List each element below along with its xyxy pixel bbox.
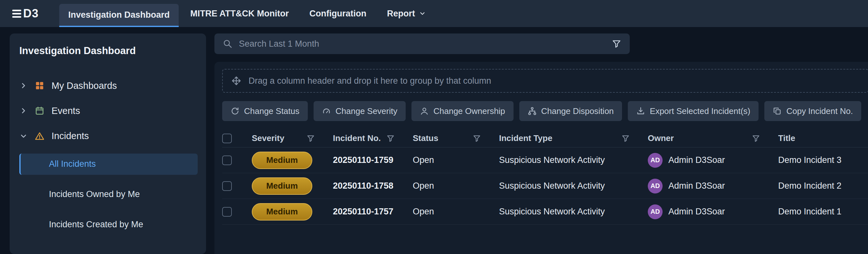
owner-name: Admin D3Soar: [669, 155, 725, 165]
nav-tab-mitre-attck-monitor[interactable]: MITRE ATT&CK Monitor: [181, 0, 298, 27]
search-bar: [214, 33, 630, 54]
column-header-label: Title: [778, 133, 795, 143]
d3-logo[interactable]: D3: [12, 0, 39, 27]
search-input[interactable]: [239, 39, 605, 49]
button-label: Export Selected Incident(s): [650, 106, 750, 116]
change-severity-button[interactable]: Change Severity: [314, 101, 406, 121]
sidebar-item-label: My Dashboards: [52, 81, 117, 91]
incident-type-cell: Suspicious Network Activity: [499, 207, 648, 217]
button-label: Change Ownership: [433, 106, 505, 116]
sidebar-title: Investigation Dashboard: [19, 45, 198, 57]
table-row[interactable]: Medium 20250110-1757 Open Suspicious Net…: [222, 199, 868, 225]
chevron-right-icon: [19, 82, 28, 90]
app-window: D3 Investigation Dashboard MITRE ATT&CK …: [0, 0, 868, 254]
bulk-actions-toolbar: Change Status Change Severity Change Own…: [222, 101, 868, 121]
sidebar-item-incidents[interactable]: Incidents: [19, 130, 198, 142]
incident-type-cell: Suspicious Network Activity: [499, 181, 648, 191]
export-icon: [636, 106, 645, 116]
column-header-incident-no: Incident No.: [333, 133, 413, 143]
sidebar-item-incidents-created-by-me[interactable]: Incidents Created by Me: [19, 214, 198, 235]
button-label: Change Disposition: [541, 106, 614, 116]
row-select-cell: [222, 181, 252, 191]
calendar-icon: [35, 106, 44, 116]
incidents-table: Severity Incident No. Status Incide: [222, 129, 868, 225]
incident-type-cell: Suspicious Network Activity: [499, 155, 648, 165]
nav-tab-configuration[interactable]: Configuration: [300, 0, 375, 27]
incidents-panel: Drag a column header and drop it here to…: [214, 62, 868, 254]
search-icon: [223, 39, 232, 49]
incident-no-cell: 20250110-1758: [333, 181, 413, 191]
status-cell: Open: [413, 207, 499, 217]
change-status-icon: [230, 106, 240, 116]
copy-incident-no-button[interactable]: Copy Incident No.: [764, 101, 861, 121]
sidebar: Investigation Dashboard My Dashboards Ev…: [10, 33, 206, 254]
sidebar-item-label: Incidents: [52, 131, 89, 141]
row-checkbox[interactable]: [222, 207, 232, 217]
change-disposition-icon: [528, 106, 537, 116]
filter-funnel-icon[interactable]: [621, 134, 630, 142]
button-label: Copy Incident No.: [786, 106, 853, 116]
change-ownership-button[interactable]: Change Ownership: [411, 101, 514, 121]
row-checkbox[interactable]: [222, 181, 232, 191]
top-nav-bar: D3 Investigation Dashboard MITRE ATT&CK …: [0, 0, 868, 27]
sidebar-item-events[interactable]: Events: [19, 105, 198, 117]
column-header-label: Incident No.: [333, 133, 381, 143]
group-by-hint-text: Drag a column header and drop it here to…: [249, 76, 491, 86]
nav-tab-label: Investigation Dashboard: [68, 10, 170, 20]
column-header-label: Incident Type: [499, 133, 553, 143]
table-header-row: Severity Incident No. Status Incide: [222, 129, 868, 148]
warning-icon: [35, 131, 44, 141]
sidebar-item-all-incidents[interactable]: All Incidents: [19, 154, 198, 175]
owner-cell: AD Admin D3Soar: [648, 179, 778, 193]
owner-name: Admin D3Soar: [669, 207, 725, 217]
change-status-button[interactable]: Change Status: [222, 101, 308, 121]
severity-cell: Medium: [252, 203, 333, 221]
d3-logo-bars-icon: [12, 10, 21, 18]
nav-tab-label: Configuration: [309, 9, 366, 19]
filter-funnel-icon[interactable]: [307, 134, 315, 142]
content-area: Investigation Dashboard My Dashboards Ev…: [0, 27, 868, 254]
nav-tab-investigation-dashboard[interactable]: Investigation Dashboard: [59, 4, 179, 27]
group-by-drop-zone[interactable]: Drag a column header and drop it here to…: [222, 69, 868, 93]
filter-funnel-icon[interactable]: [752, 134, 760, 142]
change-disposition-button[interactable]: Change Disposition: [519, 101, 622, 121]
export-selected-incidents-button[interactable]: Export Selected Incident(s): [628, 101, 758, 121]
table-row[interactable]: Medium 20250110-1758 Open Suspicious Net…: [222, 173, 868, 199]
d3-logo-text: D3: [23, 7, 39, 20]
column-header-title: Title: [778, 133, 868, 143]
filter-funnel-icon[interactable]: [473, 134, 481, 142]
filter-funnel-icon[interactable]: [386, 134, 395, 142]
title-cell: Demo Incident 2: [778, 181, 868, 191]
title-cell: Demo Incident 1: [778, 207, 868, 217]
select-all-checkbox[interactable]: [222, 134, 232, 143]
owner-name: Admin D3Soar: [669, 181, 725, 191]
title-cell: Demo Incident 3: [778, 155, 868, 165]
owner-cell: AD Admin D3Soar: [648, 204, 778, 219]
sidebar-item-my-dashboards[interactable]: My Dashboards: [19, 80, 198, 91]
copy-icon: [773, 106, 782, 116]
column-header-label: Severity: [252, 133, 284, 143]
severity-badge: Medium: [252, 178, 312, 195]
avatar: AD: [648, 153, 662, 168]
button-label: Change Severity: [336, 106, 397, 116]
table-row[interactable]: Medium 20250110-1759 Open Suspicious Net…: [222, 148, 868, 173]
row-select-cell: [222, 156, 252, 165]
sidebar-subitem-label: All Incidents: [49, 159, 96, 169]
main-area: Drag a column header and drop it here to…: [214, 33, 868, 254]
sidebar-subitem-label: Incidents Created by Me: [49, 220, 143, 229]
status-cell: Open: [413, 181, 499, 191]
change-ownership-icon: [420, 106, 429, 116]
nav-tab-report[interactable]: Report: [378, 0, 435, 27]
incident-no-cell: 20250110-1757: [333, 207, 413, 217]
row-checkbox[interactable]: [222, 156, 232, 165]
sidebar-subitem-label: Incidents Owned by Me: [49, 189, 140, 199]
drag-move-icon: [231, 76, 242, 86]
chevron-down-icon: [19, 132, 28, 140]
row-select-cell: [222, 207, 252, 217]
severity-cell: Medium: [252, 152, 333, 169]
sidebar-item-incidents-owned-by-me[interactable]: Incidents Owned by Me: [19, 184, 198, 205]
status-cell: Open: [413, 155, 499, 165]
dashboard-grid-icon: [35, 81, 44, 91]
search-filter-icon[interactable]: [612, 39, 621, 49]
column-header-label: Status: [413, 133, 438, 143]
